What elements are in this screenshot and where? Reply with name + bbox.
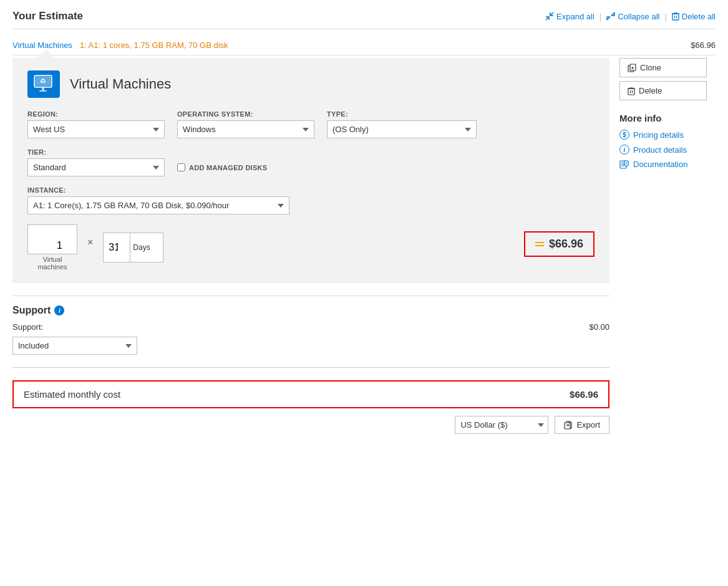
divider: |: [598, 12, 603, 21]
documentation-label: Documentation: [633, 160, 687, 169]
expand-icon: [545, 12, 554, 21]
calc-row: Virtualmachines × Days Hours Months: [27, 224, 595, 271]
pricing-details-link[interactable]: $ Pricing details: [619, 130, 716, 140]
support-header: Support i: [12, 305, 609, 316]
type-select[interactable]: (OS Only) SQL Server Standard SQL Server…: [327, 120, 477, 138]
equals-icon: [535, 242, 544, 246]
days-box[interactable]: Days Hours Months: [103, 233, 163, 262]
support-select[interactable]: Included Developer Standard Professional…: [12, 337, 137, 355]
document-icon: [619, 160, 629, 169]
vm-card-header: Virtual Machines: [27, 70, 595, 98]
form-row-2: TIER: Standard Basic ADD MANAGED DISKS: [27, 148, 595, 176]
export-label: Export: [576, 420, 600, 430]
instance-label: INSTANCE:: [27, 186, 289, 194]
clone-button[interactable]: Clone: [619, 58, 707, 77]
form-row-3: INSTANCE: A1: 1 Core(s), 1.75 GB RAM, 70…: [27, 186, 595, 214]
right-panel: Clone Delete More info $ Pricing details: [609, 58, 716, 434]
vm-card-title: Virtual Machines: [70, 76, 171, 92]
region-group: REGION: West US East US North Europe: [27, 110, 165, 138]
collapse-all-button[interactable]: Collapse all: [606, 12, 659, 21]
quantity-box[interactable]: [27, 224, 77, 254]
section-divider: [12, 367, 609, 368]
monitor-svg: [33, 75, 54, 94]
os-label: OPERATING SYSTEM:: [177, 110, 314, 118]
trash-icon: [672, 12, 679, 21]
svg-rect-6: [565, 423, 570, 429]
content-area: Virtual Machines REGION: West US East US…: [12, 58, 716, 434]
clone-label: Clone: [640, 63, 661, 72]
card-arrow: [37, 49, 55, 58]
os-select[interactable]: Windows Linux: [177, 120, 314, 138]
estimated-cost-value: $66.96: [570, 389, 598, 400]
vm-title-link[interactable]: Virtual Machines: [12, 41, 72, 50]
days-input[interactable]: [109, 242, 127, 253]
svg-rect-11: [624, 161, 628, 166]
product-details-label: Product details: [633, 145, 687, 155]
vm-summary-row: Virtual Machines 1: A1: 1 cores, 1.75 GB…: [12, 37, 716, 55]
svg-rect-9: [628, 89, 634, 95]
delete-icon: [628, 87, 635, 95]
clone-icon: [628, 64, 636, 72]
vm-icon: [27, 70, 60, 98]
currency-select[interactable]: US Dollar ($) Euro (€) British Pound (£)…: [455, 416, 548, 434]
region-select[interactable]: West US East US North Europe: [27, 120, 165, 138]
estimated-cost-box: Estimated monthly cost $66.96: [12, 380, 609, 408]
support-section: Support i Support: $0.00 Included Develo…: [12, 295, 609, 355]
days-group: Days Hours Months: [103, 233, 163, 262]
estimated-cost-label: Estimated monthly cost: [24, 389, 120, 400]
vm-config-summary: 1: A1: 1 cores, 1.75 GB RAM, 70 GB disk: [80, 41, 228, 50]
instance-group: INSTANCE: A1: 1 Core(s), 1.75 GB RAM, 70…: [27, 186, 289, 214]
page-title: Your Estimate: [12, 10, 83, 22]
quantity-label: Virtualmachines: [37, 256, 67, 271]
instance-select[interactable]: A1: 1 Core(s), 1.75 GB RAM, 70 GB Disk, …: [27, 196, 289, 214]
svg-rect-0: [672, 14, 679, 20]
days-unit-select[interactable]: Days Hours Months: [130, 233, 160, 262]
tier-group: TIER: Standard Basic: [27, 148, 165, 176]
svg-rect-5: [39, 90, 47, 92]
type-group: TYPE: (OS Only) SQL Server Standard SQL …: [327, 110, 477, 138]
quantity-input[interactable]: [33, 240, 72, 251]
quantity-group: Virtualmachines: [27, 224, 77, 271]
tier-select[interactable]: Standard Basic: [27, 158, 165, 176]
type-label: TYPE:: [327, 110, 477, 118]
region-label: REGION:: [27, 110, 165, 118]
tier-label: TIER:: [27, 148, 165, 156]
vm-card: Virtual Machines REGION: West US East US…: [12, 58, 609, 283]
page-header: Your Estimate Expand all | Collapse all …: [12, 10, 716, 29]
collapse-icon: [606, 12, 615, 21]
form-row-1: REGION: West US East US North Europe OPE…: [27, 110, 595, 138]
managed-disks-label: ADD MANAGED DISKS: [189, 164, 268, 171]
pricing-details-label: Pricing details: [633, 130, 684, 140]
divider-2: |: [663, 12, 667, 21]
vm-row-price: $66.96: [691, 41, 716, 50]
support-row: Support: $0.00: [12, 322, 609, 332]
support-price: $0.00: [589, 322, 609, 332]
managed-disks-checkbox[interactable]: [177, 163, 185, 171]
vm-row-left: Virtual Machines 1: A1: 1 cores, 1.75 GB…: [12, 41, 228, 50]
delete-all-button[interactable]: Delete all: [672, 12, 716, 21]
vm-total-price: $66.96: [549, 238, 583, 251]
svg-rect-4: [42, 87, 44, 90]
documentation-link[interactable]: Documentation: [619, 160, 716, 169]
header-actions: Expand all | Collapse all | Delete all: [545, 12, 716, 21]
support-select-wrapper: Included Developer Standard Professional…: [12, 337, 137, 355]
price-highlight: $66.96: [524, 231, 595, 257]
support-label: Support:: [12, 322, 43, 332]
delete-label: Delete: [639, 86, 662, 95]
main-panel: Virtual Machines REGION: West US East US…: [12, 58, 609, 434]
right-panel-buttons: Clone Delete: [619, 58, 716, 100]
export-button[interactable]: Export: [555, 416, 609, 434]
os-group: OPERATING SYSTEM: Windows Linux: [177, 110, 314, 138]
info-circle-icon: i: [619, 145, 629, 155]
expand-all-button[interactable]: Expand all: [545, 12, 595, 21]
footer-row: US Dollar ($) Euro (€) British Pound (£)…: [12, 416, 609, 434]
support-title: Support: [12, 305, 51, 316]
multiply-sign: ×: [87, 237, 93, 248]
support-info-badge[interactable]: i: [54, 305, 64, 315]
delete-button[interactable]: Delete: [619, 81, 707, 100]
product-details-link[interactable]: i Product details: [619, 145, 716, 155]
dollar-circle-icon: $: [619, 130, 629, 140]
export-icon: [564, 421, 573, 430]
managed-disks-group: ADD MANAGED DISKS: [177, 163, 268, 171]
more-info-links: $ Pricing details i Product details Docu…: [619, 130, 716, 169]
